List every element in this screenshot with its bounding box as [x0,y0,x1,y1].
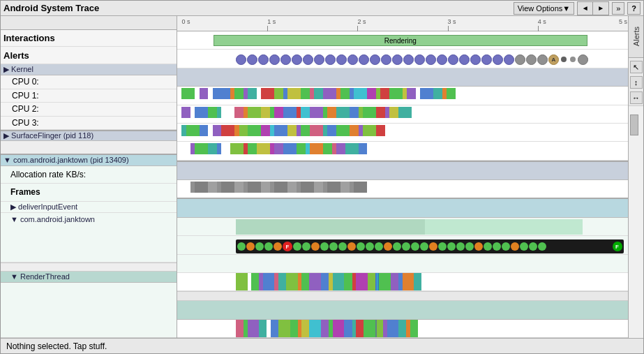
cpu2-label-text: CPU 2: [12,104,39,114]
kernel-label-text: ▶ Kernel [3,65,33,74]
trace-gap [177,291,628,301]
label-cpu2: CPU 2: [1,103,177,117]
trace-sf[interactable] [177,180,628,199]
alerts-tab-label: Alerts [632,27,641,46]
rendering-bar: Rendering [214,35,587,46]
tick-5: 5 s [619,18,627,25]
janktown-label-text: ▼ com.android.janktown (pid 13409) [3,156,129,164]
main-area: Interactions Alerts ▶ Kernel CPU 0: CPU … [1,16,643,338]
scrollbar-track [629,105,643,338]
label-alerts: Alerts [1,47,177,64]
tool-pan-v[interactable]: ↕ [630,76,643,89]
tick-line-2 [357,26,358,31]
tick-0: 0 s [181,18,190,25]
frames-bar: F [236,239,624,253]
label-cpu1: CPU 1: [1,89,177,103]
render-cursor [375,320,377,338]
tick-3: 3 s [448,18,456,25]
label-sf-trace [1,141,177,155]
label-renderthread[interactable]: ▼ RenderThread [1,272,177,283]
trace-cpu2[interactable] [177,124,628,142]
trace-janktown-header [177,199,628,217]
interactions-label-text: Interactions [3,33,55,43]
label-surfaceflinger[interactable]: ▶ SurfaceFlinger (pid 118) [1,130,177,141]
trace-kernel-header [177,68,628,87]
nav-buttons: ◄ ► [577,1,609,15]
help-button[interactable]: ? [627,2,641,15]
sf-label-text: ▶ SurfaceFlinger (pid 118) [3,131,93,140]
label-janktown2[interactable]: ▼ com.android.janktown [1,213,177,263]
app-container: Android System Trace View Options▼ ◄ ► »… [0,0,644,354]
tick-1: 1 s [267,18,276,25]
trace-alloc[interactable] [177,218,628,236]
timeline-header-spacer [1,16,177,30]
alloc-label-text: Allocation rate KB/s: [10,170,86,179]
alerts-label-text: Alerts [3,50,29,61]
nav-back-button[interactable]: ◄ [578,2,593,15]
janktown2-vis [236,273,624,291]
trace-renderthread-header [177,301,628,319]
expand-button[interactable]: » [612,2,624,15]
scrollbar-thumb[interactable] [630,115,638,135]
cpu3-label-text: CPU 3: [12,118,39,128]
labels-column: Interactions Alerts ▶ Kernel CPU 0: CPU … [1,16,177,338]
cpu1-label-text: CPU 1: [12,91,39,101]
cpu0-label-text: CPU 0: [12,77,39,87]
tick-line-1 [267,26,268,31]
label-gap [1,263,177,272]
trace-interactions[interactable]: Rendering [177,31,628,50]
timeline-ruler: 0 s 1 s 2 s 3 s 4 s 5 s [177,16,628,31]
janktown2-label-text: ▼ com.android.janktown [10,215,95,223]
trace-cpu0[interactable] [177,87,628,105]
tool-cursor[interactable]: ↖ [630,61,643,73]
toolbar-right: View Options▼ ◄ ► » ? [514,1,641,15]
tick-line-3 [448,26,449,31]
trace-content: 0 s 1 s 2 s 3 s 4 s 5 s Rendering [177,16,628,338]
render-vis [236,320,624,338]
cpu1-vis [181,107,623,118]
cpu2-vis [181,125,623,136]
trace-deliver[interactable] [177,255,628,273]
label-frames: Frames [1,184,177,202]
cpu0-vis [181,88,623,99]
jank-cursor2 [377,273,379,291]
label-janktown[interactable]: ▼ com.android.janktown (pid 13409) [1,155,177,166]
right-panel: Alerts ↖ ↕ ↔ [628,16,643,338]
alerts-tab[interactable]: Alerts [629,16,643,58]
label-alloc: Allocation rate KB/s: [1,166,177,184]
label-cpu0: CPU 0: [1,75,177,89]
status-message: Nothing selected. Tap stuff. [6,341,107,351]
tick-2: 2 s [357,18,366,25]
app-title: Android System Trace [3,3,99,13]
trace-alerts[interactable]: A [177,50,628,68]
cpu3-vis [181,143,623,154]
title-bar: Android System Trace View Options▼ ◄ ► »… [1,1,643,16]
deliver-label-text: ▶ deliverInputEvent [10,202,77,212]
label-cpu3: CPU 3: [1,117,177,131]
status-bar: Nothing selected. Tap stuff. [1,338,643,353]
label-deliver[interactable]: ▶ deliverInputEvent [1,202,177,213]
nav-fwd-button[interactable]: ► [593,2,608,15]
jank-cursor [375,273,377,291]
trace-sf-header [177,161,628,180]
label-kernel[interactable]: ▶ Kernel [1,64,177,75]
view-options-button[interactable]: View Options▼ [514,2,575,15]
tick-line-4 [538,26,539,31]
alerts-circles: A [236,52,624,66]
tick-4: 4 s [538,18,546,25]
trace-frames[interactable]: F [177,236,628,254]
trace-cpu1[interactable] [177,105,628,124]
trace-janktown2[interactable] [177,273,628,291]
trace-render[interactable] [177,320,628,338]
trace-cpu3[interactable] [177,142,628,160]
frames-label-text: Frames [10,187,40,197]
label-interactions: Interactions [1,30,177,47]
renderthread-label-text: ▼ RenderThread [10,272,70,281]
alloc-bar-vis2 [425,219,583,235]
tool-pan-h[interactable]: ↔ [630,91,643,104]
label-render-trace [1,283,177,338]
alloc-bar-vis [236,219,425,235]
sf-vis [181,182,623,193]
